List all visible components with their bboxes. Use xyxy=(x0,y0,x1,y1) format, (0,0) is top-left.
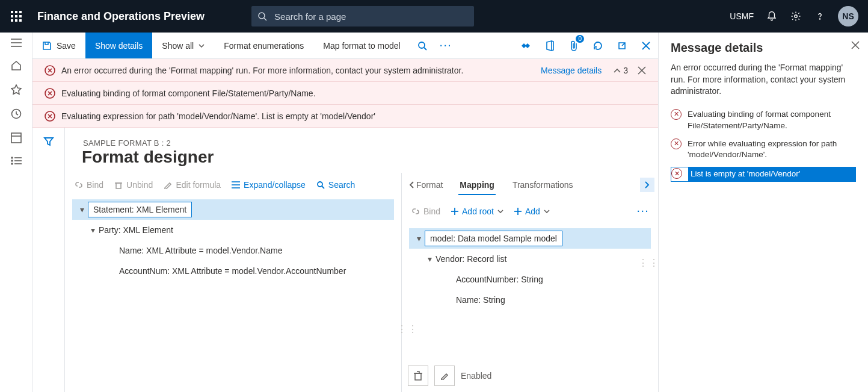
dataverse-icon[interactable] xyxy=(514,33,538,58)
error-banner-1: An error occurred during the 'Format map… xyxy=(32,59,658,82)
unbind-button[interactable]: Unbind xyxy=(114,180,153,190)
caret-down-icon[interactable]: ▾ xyxy=(87,225,99,235)
app-title: Finance and Operations Preview xyxy=(32,10,209,23)
error-icon: ✕ xyxy=(671,138,682,149)
svg-rect-3 xyxy=(11,15,13,17)
panel-title: Message details xyxy=(671,41,856,55)
tree-node-accountnumber[interactable]: AccountNumber: String xyxy=(409,269,651,290)
panel-msg-1[interactable]: ✕ Evaluating binding of format component… xyxy=(671,108,856,132)
panel-msg-3-text: List is empty at 'model/Vendor' xyxy=(688,167,855,181)
add-button[interactable]: Add xyxy=(514,207,550,216)
home-icon[interactable] xyxy=(11,60,22,71)
bell-icon[interactable] xyxy=(766,10,778,22)
svg-rect-5 xyxy=(19,15,22,17)
resize-handle-icon[interactable]: ⋮⋮ xyxy=(397,323,419,335)
format-enumerations-label: Format enumerations xyxy=(224,41,304,51)
tree-node-model[interactable]: ▾ model: Data model Sample model xyxy=(409,228,651,249)
add-label: Add xyxy=(525,207,540,216)
save-button[interactable]: Save xyxy=(32,33,85,58)
hamburger-icon[interactable] xyxy=(11,39,22,47)
attachments-badge: 0 xyxy=(576,35,584,43)
error-count[interactable]: 3 xyxy=(614,66,628,75)
help-icon[interactable] xyxy=(814,10,826,22)
caret-down-icon[interactable]: ▾ xyxy=(413,234,425,243)
expand-collapse-button[interactable]: Expand/collapse xyxy=(232,180,306,190)
app-launcher-icon[interactable] xyxy=(0,0,32,33)
tree-node-label: model: Data model Sample model xyxy=(425,231,562,246)
expand-label: Expand/collapse xyxy=(244,180,306,190)
star-icon[interactable] xyxy=(11,84,22,95)
error-banner-2: Evaluating binding of format component F… xyxy=(32,82,658,105)
tab-transformations[interactable]: Transformations xyxy=(511,175,574,194)
map-format-button[interactable]: Map format to model xyxy=(313,33,410,58)
delete-button[interactable] xyxy=(408,366,428,386)
dismiss-error-icon[interactable] xyxy=(638,66,646,75)
tree-search-button[interactable]: Search xyxy=(316,180,355,190)
scroll-right-icon[interactable] xyxy=(640,178,654,192)
error-text-1: An error occurred during the 'Format map… xyxy=(61,66,463,75)
tree-node-name[interactable]: Name: XML Attribute = model.Vendor.Name xyxy=(72,240,394,261)
svg-rect-50 xyxy=(415,373,421,380)
show-all-label: Show all xyxy=(162,41,194,51)
edit-button[interactable] xyxy=(434,366,455,386)
edit-formula-label: Edit formula xyxy=(176,180,221,190)
svg-line-26 xyxy=(424,48,426,50)
resize-handle-icon[interactable]: ⋮⋮ xyxy=(638,257,660,269)
add-root-button[interactable]: Add root xyxy=(451,207,503,216)
message-details-link[interactable]: Message details xyxy=(541,66,602,75)
caret-down-icon[interactable]: ▾ xyxy=(76,205,88,214)
error-text-2: Evaluating binding of format component F… xyxy=(61,89,316,98)
tab-format[interactable]: Format xyxy=(409,180,443,190)
tree-node-label: AccountNumber: String xyxy=(456,272,543,287)
show-all-button[interactable]: Show all xyxy=(152,33,214,58)
tree-node-accountnum[interactable]: AccountNum: XML Attribute = model.Vendor… xyxy=(72,261,394,281)
svg-point-19 xyxy=(11,157,13,158)
legal-entity[interactable]: USMF xyxy=(730,11,754,21)
content-area: SAMPLE FORMAT B : 2 Format designer Bind… xyxy=(32,128,658,392)
edit-formula-button[interactable]: Edit formula xyxy=(164,180,221,190)
panel-msg-2[interactable]: ✕ Error while evaluating expression for … xyxy=(671,138,856,161)
tree-node-party[interactable]: ▾ Party: XML Element xyxy=(72,220,394,240)
search-input[interactable] xyxy=(273,11,468,22)
r-overflow-icon[interactable]: ··· xyxy=(637,207,650,216)
unbind-label: Unbind xyxy=(126,180,153,190)
panel-msg-3[interactable]: ✕ List is empty at 'model/Vendor' xyxy=(671,167,856,182)
r-bind-button[interactable]: Bind xyxy=(411,207,440,216)
error-icon: ✕ xyxy=(671,168,682,179)
save-label: Save xyxy=(57,41,76,51)
search-action-icon[interactable] xyxy=(410,33,434,58)
format-enumerations-button[interactable]: Format enumerations xyxy=(214,33,313,58)
filter-icon[interactable] xyxy=(43,136,54,392)
attachments-icon[interactable]: 0 xyxy=(562,33,586,58)
gear-icon[interactable] xyxy=(790,10,802,22)
tab-mapping[interactable]: Mapping xyxy=(458,175,496,194)
panel-msg-2-text: Error while evaluating expression for pa… xyxy=(688,138,856,161)
error-icon xyxy=(45,88,55,99)
tree-node-vendor[interactable]: ▾ Vendor: Record list xyxy=(409,249,651,269)
tree-node-name-r[interactable]: Name: String xyxy=(409,290,651,310)
close-action-icon[interactable] xyxy=(634,33,658,58)
svg-point-44 xyxy=(318,182,322,187)
svg-rect-8 xyxy=(19,19,22,22)
popout-icon[interactable] xyxy=(610,33,634,58)
caret-down-icon[interactable]: ▾ xyxy=(423,254,436,264)
error-icon: ✕ xyxy=(671,109,682,120)
bind-button[interactable]: Bind xyxy=(75,180,103,190)
user-avatar[interactable]: NS xyxy=(838,6,858,26)
tree-node-statement[interactable]: ▾ Statement: XML Element xyxy=(72,199,394,220)
refresh-icon[interactable] xyxy=(586,33,610,58)
show-details-button[interactable]: Show details xyxy=(85,33,152,58)
office-icon[interactable] xyxy=(538,33,562,58)
message-details-panel: Message details An error occurred during… xyxy=(659,33,868,392)
overflow-icon[interactable]: ··· xyxy=(434,33,458,58)
close-panel-icon[interactable] xyxy=(851,41,860,49)
workspace-icon[interactable] xyxy=(11,132,22,143)
recent-icon[interactable] xyxy=(11,108,22,119)
error-banner-3: Evaluating expression for path 'model/Ve… xyxy=(32,105,658,128)
add-root-label: Add root xyxy=(462,207,494,216)
search-box[interactable] xyxy=(251,6,474,26)
svg-rect-4 xyxy=(15,15,17,17)
bottom-tool-row: Enabled xyxy=(408,366,491,386)
modules-icon[interactable] xyxy=(11,157,22,165)
svg-point-11 xyxy=(795,15,798,18)
